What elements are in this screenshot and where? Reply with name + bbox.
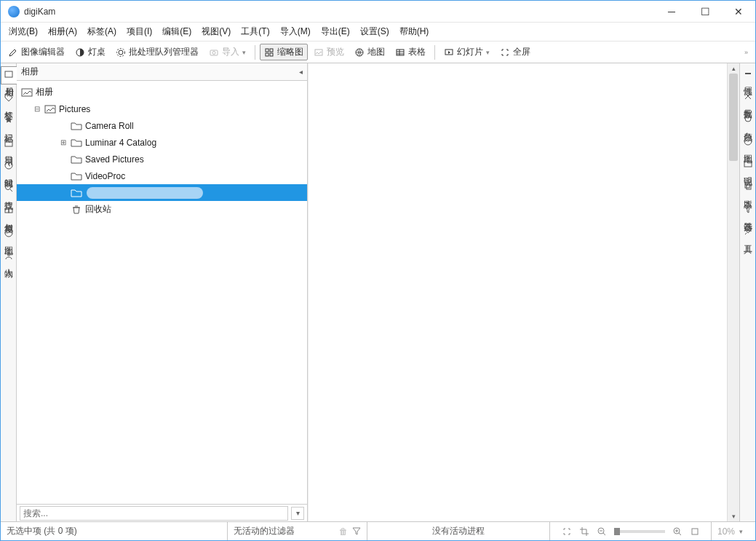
tree-saved-pictures[interactable]: Saved Pictures [17, 151, 307, 167]
tab-map[interactable]: 地图 [1, 226, 16, 242]
preview-button[interactable]: 预览 [309, 44, 349, 60]
tab-people[interactable]: 人物 [1, 248, 16, 265]
overflow-button[interactable]: » [740, 47, 752, 58]
tree-selected-folder[interactable] [17, 184, 307, 201]
menu-tags[interactable]: 标签(A) [82, 23, 122, 40]
slideshow-button[interactable]: 幻灯片 ▾ [439, 44, 494, 60]
globe-icon [4, 229, 13, 237]
tab-map-right[interactable]: 地图 [740, 134, 755, 151]
svg-rect-7 [266, 53, 268, 56]
batch-queue-button[interactable]: 批处理队列管理器 [111, 44, 203, 60]
chevron-down-icon: ▾ [739, 528, 743, 535]
svg-rect-27 [745, 183, 749, 188]
menu-import[interactable]: 导入(M) [275, 23, 316, 40]
chevron-down-icon: ▾ [486, 49, 490, 56]
zoom-in-icon[interactable] [672, 526, 683, 537]
wrench-icon [744, 227, 752, 236]
crop-icon[interactable] [579, 526, 589, 537]
search-input[interactable] [20, 506, 288, 521]
image-editor-button[interactable]: 图像编辑器 [4, 44, 69, 60]
trash-icon[interactable]: 🗑 [339, 526, 348, 537]
scroll-up-icon[interactable]: ▴ [728, 63, 739, 74]
tab-filter[interactable]: 筛选器 [740, 202, 755, 218]
tab-album[interactable]: 相册 [1, 66, 17, 84]
grid-icon [264, 47, 274, 58]
scroll-down-icon[interactable]: ▾ [728, 511, 739, 521]
svg-rect-21 [22, 89, 32, 96]
clock-icon [4, 161, 13, 170]
actual-size-icon[interactable] [690, 526, 700, 537]
menu-export[interactable]: 导出(E) [316, 23, 355, 40]
search-icon [4, 183, 13, 192]
tree-videoproc[interactable]: VideoProc [17, 167, 307, 184]
svg-rect-31 [692, 529, 698, 534]
panel-header[interactable]: 相册 ◂ [17, 63, 307, 81]
tree-pictures[interactable]: ⊟ Pictures [17, 100, 307, 117]
menu-settings[interactable]: 设置(S) [355, 23, 394, 40]
menu-album[interactable]: 相册(A) [43, 23, 82, 40]
tab-date[interactable]: 日期 [1, 135, 16, 152]
zoom-slider[interactable] [614, 530, 665, 533]
folder-icon [71, 138, 82, 148]
tab-tools-right[interactable]: 工具 [740, 224, 755, 241]
star-icon [4, 116, 13, 125]
tab-marks[interactable]: 标记 [1, 113, 16, 130]
panel-title: 相册 [21, 66, 39, 78]
menu-tools[interactable]: 工具(T) [236, 23, 274, 40]
tab-properties[interactable]: 属性 [740, 66, 755, 83]
import-button[interactable]: 导入 ▾ [204, 44, 250, 60]
tab-similarity[interactable]: 相似度 [1, 203, 16, 220]
close-button[interactable]: ✕ [722, 1, 755, 23]
menu-view[interactable]: 视图(V) [196, 23, 236, 40]
tree-label: Camera Roll [85, 121, 134, 131]
import-label: 导入 [222, 46, 239, 58]
status-zoom[interactable]: 10% ▾ [712, 522, 755, 540]
table-button[interactable]: 表格 [391, 44, 430, 60]
menu-browse[interactable]: 浏览(B) [4, 23, 43, 40]
redacted-label [87, 187, 203, 199]
collapse-icon[interactable]: ◂ [299, 68, 303, 76]
trash-icon [71, 205, 82, 215]
thumbnail-canvas[interactable] [308, 63, 727, 521]
menu-help[interactable]: 帮助(H) [394, 23, 434, 40]
separator [434, 45, 435, 60]
tree-luminar[interactable]: ⊞ Luminar 4 Catalog [17, 134, 307, 151]
thumbnails-button[interactable]: 缩略图 [260, 44, 308, 60]
tab-tags[interactable]: 标签 [1, 90, 16, 107]
zoom-out-icon[interactable] [597, 526, 607, 537]
fit-icon[interactable] [562, 526, 572, 537]
svg-rect-5 [266, 49, 268, 52]
tab-caption[interactable]: 说明 [740, 157, 755, 173]
vertical-scrollbar[interactable]: ▴ ▾ [727, 63, 739, 521]
tree-camera-roll[interactable]: Camera Roll [17, 117, 307, 134]
svg-point-4 [212, 51, 215, 54]
minimize-button[interactable]: ─ [655, 1, 688, 23]
light-table-button[interactable]: 灯桌 [71, 44, 110, 60]
menu-project[interactable]: 项目(I) [122, 23, 157, 40]
menu-edit[interactable]: 编辑(E) [157, 23, 196, 40]
expand-icon[interactable]: ⊞ [59, 138, 68, 146]
table-icon [395, 47, 405, 58]
svg-rect-18 [9, 208, 12, 213]
funnel-icon[interactable] [352, 526, 361, 537]
tab-color[interactable]: 颜色 [740, 111, 755, 128]
svg-rect-11 [397, 50, 404, 55]
app-title: digiKam [24, 7, 55, 17]
folder-icon [71, 171, 82, 181]
app-icon [8, 6, 20, 17]
calendar-icon [4, 138, 13, 147]
search-options-button[interactable]: ▾ [291, 507, 304, 520]
fullscreen-button[interactable]: 全屏 [496, 44, 535, 60]
tab-search[interactable]: 查找 [1, 181, 16, 197]
scroll-thumb[interactable] [729, 74, 738, 161]
collapse-icon[interactable]: ⊟ [33, 105, 41, 113]
tab-timeline[interactable]: 时间线 [1, 158, 16, 175]
maximize-button[interactable]: ☐ [688, 1, 722, 23]
tree-label: 回收站 [85, 203, 111, 216]
svg-point-24 [745, 116, 751, 122]
tab-metadata[interactable]: 元数据 [740, 89, 755, 106]
tab-version[interactable]: 版本 [740, 179, 755, 196]
map-button[interactable]: 地图 [350, 44, 389, 60]
tree-recycle[interactable]: 回收站 [17, 201, 307, 218]
tree-root[interactable]: 相册 [17, 84, 307, 100]
